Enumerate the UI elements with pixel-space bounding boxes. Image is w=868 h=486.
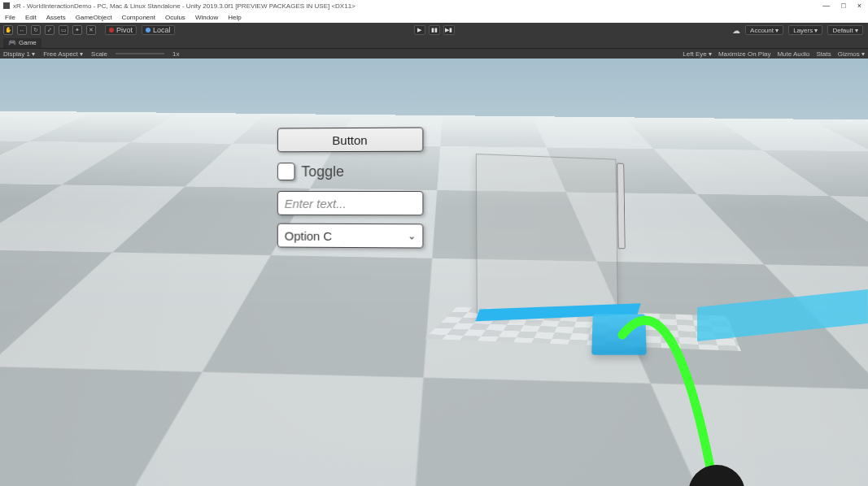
layers-dropdown[interactable]: Layers ▾ bbox=[788, 25, 822, 35]
display-dropdown[interactable]: Display 1 ▾ bbox=[3, 50, 35, 58]
glass-panel-object bbox=[476, 154, 618, 314]
chevron-down-icon: ⌄ bbox=[408, 230, 416, 241]
gizmos-dropdown[interactable]: Gizmos ▾ bbox=[838, 50, 865, 58]
panel-scrollbar bbox=[617, 163, 625, 250]
world-button-label: Button bbox=[332, 132, 367, 146]
hand-tool-icon[interactable]: ✋ bbox=[3, 25, 13, 35]
world-dropdown[interactable]: Option C ⌄ bbox=[277, 223, 424, 249]
transform-tool-icon[interactable]: ✦ bbox=[72, 25, 82, 35]
custom-tool-icon[interactable]: ✕ bbox=[86, 25, 96, 35]
pivot-label: Pivot bbox=[116, 26, 133, 34]
game-viewport[interactable]: Button Toggle Enter text... Option C ⌄ bbox=[0, 59, 868, 486]
play-controls: ▶ ▮▮ ▶▮ bbox=[414, 25, 455, 35]
pivot-toggle[interactable]: Pivot bbox=[105, 25, 137, 35]
step-button[interactable]: ▶▮ bbox=[443, 25, 455, 35]
maximize-button[interactable]: □ bbox=[841, 0, 845, 11]
toggle-checkbox[interactable] bbox=[277, 163, 295, 180]
menu-window[interactable]: Window bbox=[195, 14, 218, 21]
close-button[interactable]: × bbox=[857, 0, 861, 11]
collab-icon[interactable]: ☁ bbox=[732, 26, 740, 35]
menu-edit[interactable]: Edit bbox=[25, 14, 37, 21]
menu-assets[interactable]: Assets bbox=[46, 14, 66, 21]
world-ui-panel: Button Toggle Enter text... Option C ⌄ bbox=[277, 127, 424, 248]
local-label: Local bbox=[153, 26, 171, 34]
pivot-dot-icon bbox=[109, 28, 114, 33]
tab-game[interactable]: 🎮 Game bbox=[3, 38, 41, 48]
toolbar: ✋ ↔ ↻ ⤢ ▭ ✦ ✕ Pivot Local ▶ ▮▮ ▶▮ ☁ Acco… bbox=[0, 23, 868, 37]
layout-dropdown[interactable]: Default ▾ bbox=[827, 25, 863, 35]
game-icon: 🎮 bbox=[8, 39, 16, 46]
menu-oculus[interactable]: Oculus bbox=[165, 14, 185, 21]
minimize-button[interactable]: — bbox=[822, 0, 830, 11]
menubar: File Edit Assets GameObject Component Oc… bbox=[0, 11, 868, 23]
window-title: xR - WorldInteractionDemo - PC, Mac & Li… bbox=[13, 2, 355, 10]
tab-strip: 🎮 Game bbox=[0, 37, 868, 48]
teleport-marker bbox=[591, 314, 647, 354]
move-tool-icon[interactable]: ↔ bbox=[17, 25, 27, 35]
maximize-toggle[interactable]: Maximize On Play bbox=[718, 50, 770, 58]
tab-game-label: Game bbox=[19, 39, 37, 46]
aspect-dropdown[interactable]: Free Aspect ▾ bbox=[43, 50, 83, 58]
world-text-input[interactable]: Enter text... bbox=[277, 191, 424, 215]
world-button[interactable]: Button bbox=[277, 127, 424, 152]
pause-button[interactable]: ▮▮ bbox=[429, 25, 440, 35]
rotate-tool-icon[interactable]: ↻ bbox=[31, 25, 41, 35]
menu-file[interactable]: File bbox=[5, 14, 15, 21]
dropdown-value: Option C bbox=[285, 228, 333, 242]
input-placeholder: Enter text... bbox=[285, 196, 347, 210]
gameview-header: Display 1 ▾ Free Aspect ▾ Scale 1x Left … bbox=[0, 48, 868, 59]
world-toggle[interactable]: Toggle bbox=[277, 160, 424, 183]
scale-tool-icon[interactable]: ⤢ bbox=[45, 25, 55, 35]
account-dropdown[interactable]: Account ▾ bbox=[745, 25, 783, 35]
mute-toggle[interactable]: Mute Audio bbox=[777, 50, 809, 58]
scale-value: 1x bbox=[172, 50, 179, 58]
local-dot-icon bbox=[146, 28, 150, 33]
toggle-label: Toggle bbox=[301, 163, 344, 180]
menu-component[interactable]: Component bbox=[122, 14, 155, 21]
play-button[interactable]: ▶ bbox=[414, 25, 425, 35]
window-titlebar: xR - WorldInteractionDemo - PC, Mac & Li… bbox=[0, 0, 868, 11]
eye-dropdown[interactable]: Left Eye ▾ bbox=[683, 50, 712, 58]
stats-toggle[interactable]: Stats bbox=[816, 50, 831, 58]
scale-label: Scale bbox=[91, 50, 107, 58]
app-icon bbox=[3, 2, 10, 9]
menu-gameobject[interactable]: GameObject bbox=[76, 14, 112, 21]
scale-slider[interactable] bbox=[116, 53, 164, 54]
local-toggle[interactable]: Local bbox=[142, 25, 175, 35]
rect-tool-icon[interactable]: ▭ bbox=[59, 25, 68, 35]
menu-help[interactable]: Help bbox=[228, 14, 241, 21]
